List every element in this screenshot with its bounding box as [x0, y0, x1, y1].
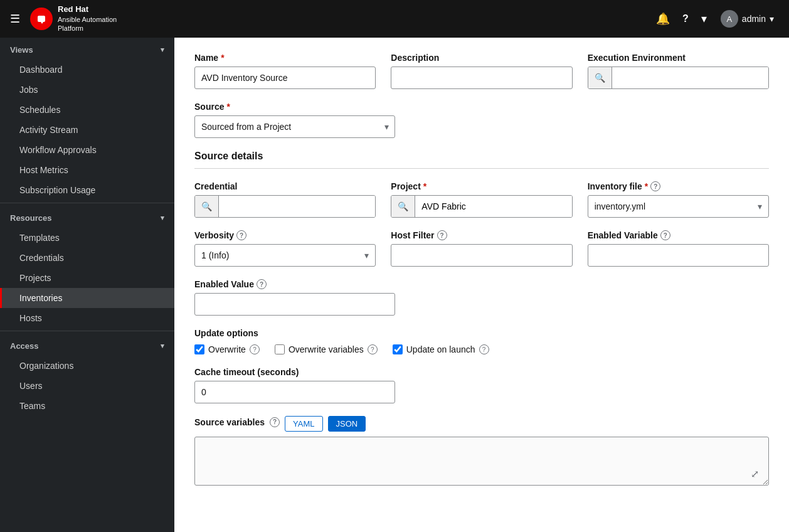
- execution-env-label: Execution Environment: [588, 53, 769, 63]
- sidebar-item-credentials[interactable]: Credentials: [0, 248, 174, 268]
- verbosity-chevron-icon: ▾: [364, 250, 369, 260]
- sidebar-item-subscription-usage[interactable]: Subscription Usage: [0, 180, 174, 200]
- expand-icon[interactable]: ⤢: [751, 468, 759, 480]
- source-select[interactable]: Sourced from a Project ▾: [194, 115, 395, 138]
- sidebar-item-activity-stream[interactable]: Activity Stream: [0, 120, 174, 140]
- sidebar-item-hosts[interactable]: Hosts: [0, 308, 174, 328]
- update-options-section: Update options Overwrite ? Overwrite var…: [194, 328, 769, 354]
- description-input[interactable]: [391, 66, 572, 89]
- redhat-logo-icon: [30, 8, 53, 30]
- project-field-group: Project * 🔍: [391, 181, 572, 218]
- inventory-file-select[interactable]: inventory.yml ▾: [588, 195, 769, 218]
- views-section-header[interactable]: Views ▾: [0, 38, 174, 60]
- verbosity-select-wrapper: 1 (Info) ▾: [194, 244, 376, 267]
- host-filter-field-group: Host Filter ?: [391, 230, 572, 267]
- access-section-header[interactable]: Access ▾: [0, 334, 174, 356]
- app-body: Views ▾ Dashboard Jobs Schedules Activit…: [0, 38, 789, 532]
- execution-env-search-button[interactable]: 🔍: [588, 67, 612, 88]
- update-on-launch-checkbox-label[interactable]: Update on launch ?: [393, 344, 489, 354]
- source-variables-section: Source variables ? YAML JSON ⤢: [194, 416, 769, 487]
- update-on-launch-checkbox[interactable]: [393, 344, 403, 354]
- overwrite-checkbox[interactable]: [194, 344, 204, 354]
- enabled-variable-field-group: Enabled Variable ?: [588, 230, 769, 267]
- source-variables-help-icon[interactable]: ?: [270, 417, 280, 427]
- inventory-file-label: Inventory file * ?: [588, 181, 769, 191]
- name-input[interactable]: [194, 66, 376, 89]
- sidebar-item-host-metrics[interactable]: Host Metrics: [0, 160, 174, 180]
- overwrite-checkbox-label[interactable]: Overwrite ?: [194, 344, 260, 354]
- project-text-input[interactable]: [415, 196, 571, 217]
- enabled-value-input[interactable]: [194, 293, 395, 316]
- credential-label: Credential: [194, 181, 376, 191]
- json-tab-button[interactable]: JSON: [328, 416, 366, 432]
- inventory-file-select-wrapper: inventory.yml ▾: [588, 195, 769, 218]
- enabled-variable-input[interactable]: [588, 244, 769, 267]
- sidebar-divider-1: [0, 203, 174, 203]
- credential-search-button[interactable]: 🔍: [195, 196, 219, 217]
- description-label: Description: [391, 53, 572, 63]
- source-chevron-icon: ▾: [384, 122, 389, 132]
- sidebar-item-projects[interactable]: Projects: [0, 268, 174, 288]
- brand-text: Red Hat Ansible Automation Platform: [58, 4, 117, 33]
- sidebar-item-workflow-approvals[interactable]: Workflow Approvals: [0, 140, 174, 160]
- credential-text-input[interactable]: [219, 196, 375, 217]
- overwrite-variables-checkbox-label[interactable]: Overwrite variables ?: [275, 344, 378, 354]
- verbosity-help-icon[interactable]: ?: [236, 230, 246, 240]
- execution-env-search-input: 🔍: [588, 66, 769, 89]
- sidebar-item-inventories[interactable]: Inventories: [0, 288, 174, 308]
- source-variables-textarea[interactable]: [194, 437, 769, 486]
- cache-timeout-field-group: Cache timeout (seconds): [194, 367, 395, 403]
- notifications-button[interactable]: 🔔: [652, 8, 674, 29]
- sidebar-item-dashboard[interactable]: Dashboard: [0, 60, 174, 80]
- help-button[interactable]: ?: [679, 9, 692, 28]
- resources-label: Resources: [10, 213, 51, 223]
- source-variables-tabs-row: Source variables ? YAML JSON: [194, 416, 769, 432]
- enabled-value-help-icon[interactable]: ?: [257, 279, 267, 289]
- source-field-group: Source * Sourced from a Project ▾: [194, 102, 395, 138]
- overwrite-variables-help-icon[interactable]: ?: [368, 344, 378, 354]
- overwrite-variables-checkbox[interactable]: [275, 344, 285, 354]
- sidebar-item-jobs[interactable]: Jobs: [0, 80, 174, 100]
- project-search-button[interactable]: 🔍: [391, 196, 415, 217]
- sidebar-item-templates[interactable]: Templates: [0, 228, 174, 248]
- update-options-row: Overwrite ? Overwrite variables ? Update…: [194, 344, 769, 354]
- resources-section-header[interactable]: Resources ▾: [0, 206, 174, 228]
- form-row-enabled-value: Enabled Value ?: [194, 279, 395, 316]
- verbosity-label: Verbosity ?: [194, 230, 376, 240]
- execution-env-field-group: Execution Environment 🔍: [588, 53, 769, 89]
- verbosity-select[interactable]: 1 (Info) ▾: [194, 244, 376, 267]
- sidebar-item-teams[interactable]: Teams: [0, 396, 174, 416]
- source-variables-label: Source variables ?: [194, 417, 280, 427]
- form-row-source: Source * Sourced from a Project ▾: [194, 102, 395, 138]
- search-icon: 🔍: [595, 73, 605, 83]
- sidebar-item-schedules[interactable]: Schedules: [0, 100, 174, 120]
- help-dropdown-button[interactable]: ▾: [697, 8, 711, 29]
- update-on-launch-help-icon[interactable]: ?: [479, 344, 489, 354]
- name-required-star: *: [221, 53, 224, 63]
- user-menu[interactable]: A admin ▾: [716, 8, 779, 30]
- form-row-credential: Credential 🔍 Project *: [194, 181, 769, 218]
- form-row-name: Name * Description Execution Environment…: [194, 53, 769, 89]
- enabled-variable-help-icon[interactable]: ?: [660, 230, 670, 240]
- sidebar-divider-2: [0, 331, 174, 331]
- resources-chevron-icon: ▾: [161, 214, 164, 222]
- cache-timeout-label: Cache timeout (seconds): [194, 367, 395, 377]
- yaml-tab-button[interactable]: YAML: [285, 416, 322, 432]
- inventory-file-help-icon[interactable]: ?: [650, 181, 660, 191]
- cache-timeout-input[interactable]: [194, 381, 395, 403]
- question-icon: ?: [682, 13, 689, 24]
- sidebar-item-organizations[interactable]: Organizations: [0, 356, 174, 376]
- user-initial: A: [727, 14, 733, 24]
- execution-env-text-input[interactable]: [612, 67, 768, 88]
- inventory-file-required-star: *: [645, 181, 648, 191]
- enabled-value-field-group: Enabled Value ?: [194, 279, 395, 316]
- views-chevron-icon: ▾: [161, 46, 164, 54]
- credential-field-group: Credential 🔍: [194, 181, 376, 218]
- host-filter-input[interactable]: [391, 244, 572, 267]
- bell-icon: 🔔: [656, 12, 670, 26]
- sidebar-item-users[interactable]: Users: [0, 376, 174, 396]
- host-filter-help-icon[interactable]: ?: [437, 230, 447, 240]
- name-label: Name *: [194, 53, 376, 63]
- overwrite-help-icon[interactable]: ?: [250, 344, 260, 354]
- hamburger-menu-button[interactable]: ☰: [10, 12, 20, 26]
